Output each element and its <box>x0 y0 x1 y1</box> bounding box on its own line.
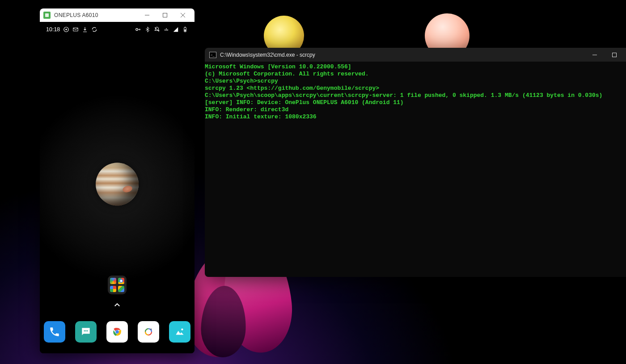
svg-rect-26 <box>613 53 617 57</box>
cmd-line: C:\Users\Psych>scrcpy <box>205 78 626 85</box>
scrcpy-app-icon <box>43 12 51 19</box>
cmd-line: C:\Users\Psych\scoop\apps\scrcpy\current… <box>205 92 626 99</box>
svg-text:>_: >_ <box>211 53 215 57</box>
cmd-line: [server] INFO: Device: OnePlus ONEPLUS A… <box>205 99 626 106</box>
phone-app-icon[interactable] <box>44 321 65 343</box>
gmail-icon <box>72 26 79 33</box>
cmd-icon: >_ <box>209 52 216 58</box>
android-statusbar[interactable]: 10:18 <box>40 25 195 34</box>
cmd-line: INFO: Initial texture: 1080x2336 <box>205 113 626 121</box>
folder-app-google <box>110 278 116 284</box>
cmd-minimize-button[interactable] <box>585 48 605 62</box>
cmd-line: INFO: Renderer: direct3d <box>205 106 626 113</box>
cmd-window[interactable]: >_ C:\Windows\system32\cmd.exe - scrcpy … <box>205 48 626 277</box>
cmd-window-title: C:\Windows\system32\cmd.exe - scrcpy <box>220 52 585 58</box>
download-icon <box>82 26 88 33</box>
phone-screen[interactable]: 10:18 <box>40 22 195 353</box>
gallery-app-icon[interactable] <box>169 321 190 343</box>
svg-point-7 <box>136 29 138 31</box>
camera-app-icon[interactable] <box>138 321 159 343</box>
svg-point-13 <box>87 331 88 332</box>
close-button[interactable] <box>174 8 192 22</box>
minimize-button[interactable] <box>138 8 156 22</box>
bluetooth-icon <box>144 26 151 33</box>
folder-app-chrome <box>118 278 124 284</box>
signal-icon <box>173 26 179 33</box>
data-icon <box>163 26 169 33</box>
notification-icon <box>63 26 69 33</box>
cmd-line: (c) Microsoft Corporation. All rights re… <box>205 71 626 78</box>
folder-app-photos <box>110 286 116 292</box>
scrcpy-titlebar[interactable]: ONEPLUS A6010 <box>40 8 195 22</box>
svg-point-11 <box>84 331 85 332</box>
phone-dock <box>40 321 195 343</box>
messages-app-icon[interactable] <box>75 321 97 343</box>
svg-point-6 <box>66 29 68 30</box>
scrcpy-window-title: ONEPLUS A6010 <box>54 12 138 18</box>
cmd-line: scrcpy 1.23 <https://github.com/Genymobi… <box>205 85 626 92</box>
svg-point-12 <box>85 331 87 332</box>
sync-icon <box>91 26 97 33</box>
cmd-titlebar[interactable]: >_ C:\Windows\system32\cmd.exe - scrcpy <box>205 48 626 62</box>
wallpaper-jupiter <box>96 163 139 205</box>
cmd-line: Microsoft Windows [Version 10.0.22000.55… <box>205 63 626 71</box>
status-time: 10:18 <box>46 26 60 33</box>
scrcpy-window[interactable]: ONEPLUS A6010 10:18 <box>40 8 195 353</box>
cmd-output[interactable]: Microsoft Windows [Version 10.0.22000.55… <box>205 62 626 277</box>
svg-rect-2 <box>163 13 167 17</box>
vpn-key-icon <box>135 26 141 33</box>
svg-rect-0 <box>45 13 49 17</box>
svg-rect-10 <box>185 29 186 31</box>
app-drawer-handle[interactable] <box>113 301 121 311</box>
cmd-maximize-button[interactable] <box>605 48 624 62</box>
mute-icon <box>154 26 160 33</box>
maximize-button[interactable] <box>156 8 174 22</box>
svg-rect-9 <box>185 27 186 27</box>
folder-app-drive <box>118 286 124 292</box>
svg-point-21 <box>151 329 152 330</box>
battery-icon <box>182 26 188 33</box>
svg-point-22 <box>181 328 183 330</box>
chrome-app-icon[interactable] <box>106 321 128 343</box>
google-apps-folder[interactable] <box>108 276 127 294</box>
